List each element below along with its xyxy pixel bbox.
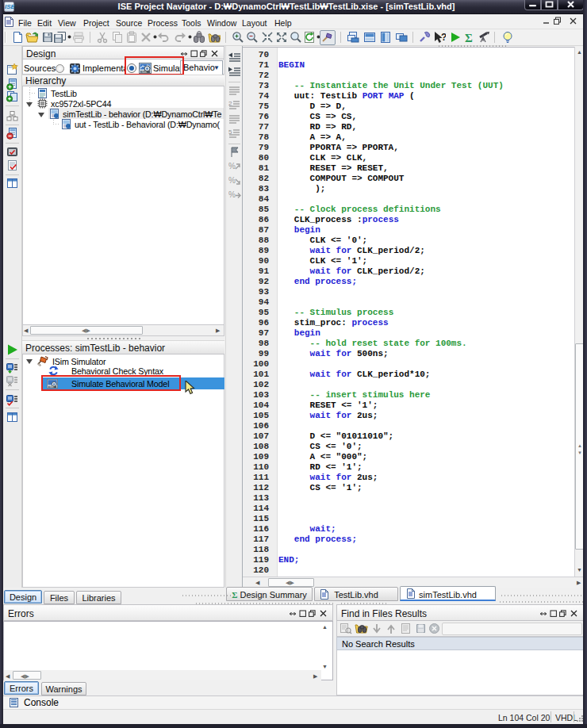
svg-text:?: ? bbox=[441, 32, 446, 43]
svg-text:%: % bbox=[228, 190, 236, 199]
svg-text:Σ: Σ bbox=[465, 32, 473, 44]
svg-text:%: % bbox=[228, 176, 236, 185]
svg-text:%: % bbox=[228, 162, 236, 171]
